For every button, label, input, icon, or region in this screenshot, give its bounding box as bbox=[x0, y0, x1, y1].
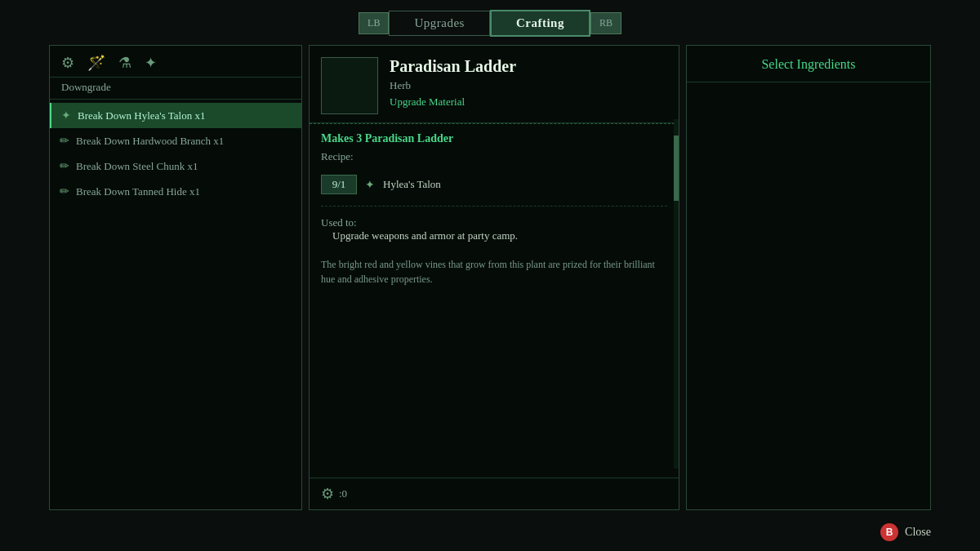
used-to-section: Used to: Upgrade weapons and armor at pa… bbox=[310, 210, 679, 249]
upgrades-tab[interactable]: Upgrades bbox=[389, 11, 489, 36]
recipe-list: ✦ Break Down Hylea's Talon x1 ✏ Break Do… bbox=[50, 100, 301, 509]
ingredient-name: Hylea's Talon bbox=[383, 178, 441, 191]
item-image bbox=[321, 57, 378, 114]
top-navigation: LB Upgrades Crafting RB bbox=[0, 0, 980, 45]
makes-label: Makes 3 Paradisan Ladder bbox=[310, 124, 679, 149]
herb-svg-icon bbox=[325, 61, 374, 110]
crafting-tab[interactable]: Crafting bbox=[490, 10, 590, 37]
item-type: Herb bbox=[390, 79, 516, 92]
scroll-indicator[interactable] bbox=[674, 119, 679, 469]
recipe-icon-3: ✏ bbox=[60, 159, 69, 173]
left-panel: ⚙ 🪄 ⚗ ✦ Downgrade ✦ Break Down Hylea's T… bbox=[49, 45, 302, 510]
category-icons: ⚙ 🪄 ⚗ ✦ bbox=[50, 46, 301, 78]
close-label: Close bbox=[905, 526, 931, 539]
recipe-item-4[interactable]: ✏ Break Down Tanned Hide x1 bbox=[50, 179, 301, 204]
recipe-label-4: Break Down Tanned Hide x1 bbox=[76, 185, 200, 198]
recipe-label: Recipe: bbox=[310, 149, 679, 170]
item-name: Paradisan Ladder bbox=[390, 57, 516, 76]
used-to-title: Used to: bbox=[321, 216, 667, 229]
bottom-status: ⚙ :0 bbox=[310, 478, 679, 509]
item-info: Paradisan Ladder Herb Upgrade Material bbox=[390, 57, 516, 114]
icon-flask: ⚗ bbox=[118, 54, 131, 72]
icon-gear: ⚙ bbox=[61, 54, 74, 72]
category-label: Downgrade bbox=[50, 78, 301, 100]
bottom-icon: ⚙ bbox=[321, 485, 334, 503]
recipe-item-3[interactable]: ✏ Break Down Steel Chunk x1 bbox=[50, 153, 301, 179]
right-panel-title: Select Ingredients bbox=[687, 46, 930, 82]
ingredient-qty: 9/1 bbox=[321, 175, 357, 194]
recipe-item-1[interactable]: ✦ Break Down Hylea's Talon x1 bbox=[50, 103, 301, 128]
item-header: Paradisan Ladder Herb Upgrade Material bbox=[310, 46, 679, 123]
svg-rect-7 bbox=[325, 61, 374, 110]
recipe-label-2: Break Down Hardwood Branch x1 bbox=[76, 135, 224, 148]
recipe-label-1: Break Down Hylea's Talon x1 bbox=[78, 109, 205, 122]
ingredient-row: 9/1 ✦ Hylea's Talon bbox=[310, 170, 679, 202]
flavor-text: The bright red and yellow vines that gro… bbox=[310, 249, 679, 295]
middle-panel: Paradisan Ladder Herb Upgrade Material M… bbox=[309, 45, 679, 510]
main-layout: ⚙ 🪄 ⚗ ✦ Downgrade ✦ Break Down Hylea's T… bbox=[0, 45, 980, 510]
scroll-thumb bbox=[674, 136, 679, 201]
recipe-item-2[interactable]: ✏ Break Down Hardwood Branch x1 bbox=[50, 128, 301, 153]
divider-2 bbox=[321, 206, 667, 207]
right-panel: Select Ingredients bbox=[686, 45, 931, 510]
used-to-text: Upgrade weapons and armor at party camp. bbox=[321, 229, 667, 242]
recipe-label-3: Break Down Steel Chunk x1 bbox=[76, 160, 198, 173]
ingredient-item-icon: ✦ bbox=[365, 178, 375, 192]
icon-misc: ✦ bbox=[145, 54, 157, 72]
lb-button[interactable]: LB bbox=[359, 12, 389, 34]
rb-button[interactable]: RB bbox=[590, 12, 621, 34]
recipe-icon-1: ✦ bbox=[61, 109, 71, 122]
bottom-count: :0 bbox=[339, 487, 347, 500]
recipe-icon-4: ✏ bbox=[60, 184, 69, 198]
b-button-icon: B bbox=[880, 523, 898, 541]
item-rarity: Upgrade Material bbox=[390, 96, 516, 109]
icon-mortar: 🪄 bbox=[87, 54, 105, 72]
recipe-icon-2: ✏ bbox=[60, 134, 69, 148]
bottom-bar: B Close bbox=[880, 523, 931, 541]
